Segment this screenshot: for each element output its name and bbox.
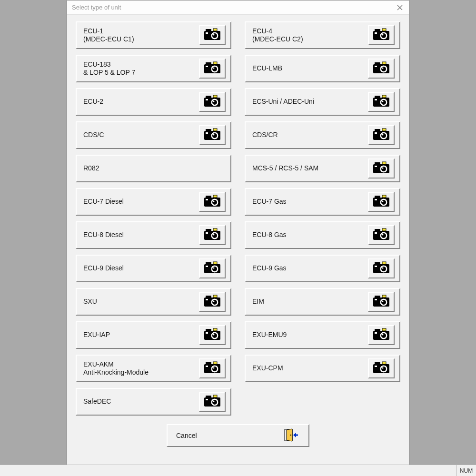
snapshot-button[interactable]	[368, 192, 395, 212]
svg-point-77	[382, 201, 384, 202]
snapshot-button[interactable]	[368, 358, 395, 378]
snapshot-button[interactable]	[368, 292, 395, 312]
unit-button[interactable]: CDS/CR	[245, 121, 400, 149]
svg-point-132	[381, 333, 386, 338]
unit-button[interactable]: ECU-9 Gas	[245, 255, 400, 282]
unit-label: CDS/C	[83, 131, 104, 139]
svg-rect-4	[213, 29, 217, 31]
svg-point-49	[213, 134, 215, 136]
status-bar: NUM	[0, 465, 476, 476]
unit-button[interactable]: CDS/C	[76, 121, 231, 149]
close-button[interactable]	[396, 3, 404, 12]
unit-button[interactable]: ECU-7 Diesel	[76, 188, 231, 216]
unit-button[interactable]: ECU-1 (MDEC-ECU C1)	[76, 21, 231, 49]
svg-rect-32	[213, 95, 217, 98]
svg-point-35	[213, 101, 215, 102]
unit-label: EIM	[252, 298, 264, 306]
camera-icon	[372, 227, 391, 243]
snapshot-button[interactable]	[368, 325, 395, 345]
unit-label: EXU-IAP	[83, 331, 110, 339]
unit-button[interactable]: R082	[76, 155, 231, 182]
snapshot-button[interactable]	[368, 258, 395, 278]
unit-button[interactable]: ECU-LMB	[245, 55, 400, 82]
snapshot-button[interactable]	[199, 358, 226, 378]
snapshot-button[interactable]	[368, 159, 395, 178]
snapshot-button[interactable]	[199, 25, 226, 45]
camera-icon	[203, 394, 222, 410]
svg-rect-29	[375, 66, 377, 67]
svg-rect-39	[382, 95, 386, 98]
unit-label: MCS-5 / RCS-5 / SAM	[252, 164, 318, 173]
unit-button[interactable]: EXU-IAP	[76, 321, 231, 349]
unit-button[interactable]: ECU-183 & LOP 5 & LOP 7	[76, 55, 231, 82]
unit-label: ECS-Uni / ADEC-Uni	[252, 98, 314, 106]
svg-point-97	[212, 267, 217, 271]
unit-button[interactable]: MCS-5 / RCS-5 / SAM	[245, 155, 400, 182]
snapshot-button[interactable]	[199, 225, 226, 245]
camera-icon	[372, 127, 391, 143]
unit-button[interactable]: ECU-9 Diesel	[76, 255, 231, 282]
snapshot-button[interactable]	[199, 192, 226, 212]
svg-point-125	[212, 333, 217, 338]
unit-button[interactable]: EXU-EMU9	[245, 321, 400, 349]
cancel-label: Cancel	[176, 432, 197, 439]
unit-button[interactable]: ECU-8 Gas	[245, 221, 400, 249]
svg-rect-85	[206, 232, 208, 234]
svg-point-20	[212, 67, 217, 71]
camera-icon	[203, 27, 222, 43]
snapshot-button[interactable]	[368, 225, 395, 245]
unit-button[interactable]: SafeDEC	[76, 388, 231, 416]
svg-rect-87	[375, 229, 380, 232]
svg-rect-101	[375, 262, 380, 265]
svg-rect-129	[375, 329, 380, 332]
unit-label: ECU-8 Diesel	[83, 231, 124, 239]
unit-button[interactable]: ECU-8 Diesel	[76, 221, 231, 249]
snapshot-button[interactable]	[199, 92, 226, 112]
unit-button[interactable]: SXU	[76, 288, 231, 316]
svg-rect-57	[375, 132, 377, 134]
unit-button[interactable]: ECS-Uni / ADEC-Uni	[245, 88, 400, 116]
svg-rect-109	[213, 295, 217, 298]
svg-point-83	[212, 233, 217, 238]
svg-rect-80	[206, 229, 211, 232]
snapshot-button[interactable]	[368, 25, 395, 45]
camera-icon	[203, 94, 222, 110]
snapshot-button[interactable]	[368, 92, 395, 112]
svg-rect-18	[213, 62, 217, 64]
snapshot-button[interactable]	[368, 59, 395, 79]
svg-point-76	[381, 200, 386, 205]
unit-label: ECU-7 Diesel	[83, 198, 124, 206]
svg-rect-10	[375, 29, 380, 32]
svg-point-28	[382, 68, 384, 69]
svg-rect-122	[206, 329, 211, 332]
svg-point-69	[212, 200, 217, 205]
unit-label: EXU-AKM Anti-Knocking-Module	[83, 360, 149, 377]
snapshot-button[interactable]	[199, 125, 226, 145]
snapshot-button[interactable]	[199, 258, 226, 278]
svg-rect-38	[375, 96, 380, 99]
svg-rect-127	[206, 332, 208, 334]
unit-button[interactable]: EXU-AKM Anti-Knocking-Module	[76, 355, 231, 382]
snapshot-button[interactable]	[199, 392, 226, 412]
snapshot-button[interactable]	[199, 325, 226, 345]
cancel-button[interactable]: Cancel	[167, 424, 309, 447]
unit-button[interactable]: EXU-CPM	[245, 355, 400, 382]
unit-button[interactable]: ECU-7 Gas	[245, 188, 400, 216]
camera-icon	[372, 360, 391, 377]
unit-label: ECU-9 Gas	[252, 264, 287, 273]
svg-rect-108	[206, 296, 211, 298]
svg-point-104	[381, 267, 386, 271]
snapshot-button[interactable]	[199, 292, 226, 312]
snapshot-button[interactable]	[368, 125, 395, 145]
svg-rect-36	[206, 99, 208, 100]
svg-rect-143	[375, 362, 380, 365]
unit-button[interactable]: ECU-4 (MDEC-ECU C2)	[245, 21, 400, 49]
unit-button[interactable]: EIM	[245, 288, 400, 316]
close-icon	[397, 5, 403, 10]
unit-button[interactable]: ECU-2	[76, 88, 231, 116]
svg-point-105	[382, 268, 384, 269]
snapshot-button[interactable]	[199, 59, 226, 79]
svg-point-41	[381, 100, 386, 105]
status-num: NUM	[456, 465, 476, 476]
unit-label: EXU-EMU9	[252, 331, 287, 339]
